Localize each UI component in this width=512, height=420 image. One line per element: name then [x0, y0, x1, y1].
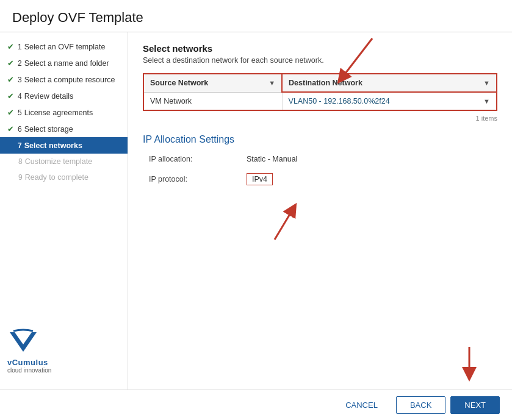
dest-network-header: Destination Network ▼: [282, 74, 497, 92]
sidebar-item-9: 9 Ready to complete: [0, 169, 128, 185]
next-button[interactable]: NEXT: [450, 396, 500, 414]
sidebar-item-6[interactable]: ✔ 6 Select storage: [0, 121, 128, 137]
dialog-footer: CANCEL BACK NEXT: [0, 390, 512, 420]
ip-section-title: IP Allocation Settings: [143, 134, 497, 145]
items-count: 1 items: [143, 115, 497, 122]
section-title: Select networks: [143, 43, 497, 54]
back-button[interactable]: BACK: [396, 396, 445, 414]
logo-name: vCumulus: [7, 358, 48, 367]
source-network-cell: VM Network: [143, 92, 282, 110]
sidebar-item-8: 8 Customize template: [0, 154, 128, 169]
sidebar-steps: ✔ 1 Select an OVF template ✔ 2 Select a …: [0, 38, 128, 185]
ip-allocation-value: Static - Manual: [247, 155, 297, 163]
dialog-header: Deploy OVF Template: [0, 0, 512, 32]
check-icon-6: ✔: [7, 124, 14, 133]
ip-allocation-row: IP allocation: Static - Manual: [143, 155, 497, 163]
sidebar-item-2[interactable]: ✔ 2 Select a name and folder: [0, 55, 128, 71]
main-layout: ✔ 1 Select an OVF template ✔ 2 Select a …: [0, 32, 512, 390]
check-icon-5: ✔: [7, 108, 14, 117]
vcumulus-logo-icon: [7, 327, 39, 357]
check-icon-1: ✔: [7, 42, 14, 51]
sidebar-item-4[interactable]: ✔ 4 Review details: [0, 88, 128, 104]
dest-network-value: VLAN50 - 192.168.50.0%2f24: [289, 97, 390, 105]
network-table: Source Network ▼ Destination Network ▼: [143, 73, 497, 111]
sidebar-item-3[interactable]: ✔ 3 Select a compute resource: [0, 71, 128, 88]
table-row: VM Network VLAN50 - 192.168.50.0%2f24 ▼: [143, 92, 497, 110]
dest-network-cell[interactable]: VLAN50 - 192.168.50.0%2f24 ▼: [282, 92, 497, 110]
check-icon-3: ✔: [7, 75, 14, 84]
check-icon-2: ✔: [7, 59, 14, 68]
logo-area: vCumulus cloud innovation: [0, 321, 128, 383]
svg-marker-0: [10, 332, 37, 352]
cancel-button[interactable]: CANCEL: [332, 397, 391, 413]
sidebar-item-1[interactable]: ✔ 1 Select an OVF template: [0, 38, 128, 55]
main-content: Select networks Select a destination net…: [128, 32, 512, 390]
dest-dropdown-icon[interactable]: ▼: [483, 98, 490, 105]
logo-subtext: cloud innovation: [7, 367, 51, 374]
ip-protocol-value: IPv4: [247, 173, 273, 185]
sidebar-item-5[interactable]: ✔ 5 License agreements: [0, 104, 128, 121]
dialog-title: Deploy OVF Template: [12, 10, 500, 26]
ip-protocol-label: IP protocol:: [149, 175, 247, 183]
ip-allocation-label: IP allocation:: [149, 155, 247, 163]
sidebar: ✔ 1 Select an OVF template ✔ 2 Select a …: [0, 32, 128, 390]
ip-protocol-row: IP protocol: IPv4: [143, 173, 497, 185]
dest-filter-icon[interactable]: ▼: [483, 79, 490, 87]
check-icon-4: ✔: [7, 91, 14, 101]
arrow-ipv4: [226, 185, 348, 246]
source-network-header: Source Network ▼: [143, 74, 282, 92]
section-desc: Select a destination network for each so…: [143, 56, 497, 65]
sidebar-item-7[interactable]: ✔ 7 Select networks: [0, 137, 128, 154]
source-filter-icon[interactable]: ▼: [269, 79, 275, 87]
